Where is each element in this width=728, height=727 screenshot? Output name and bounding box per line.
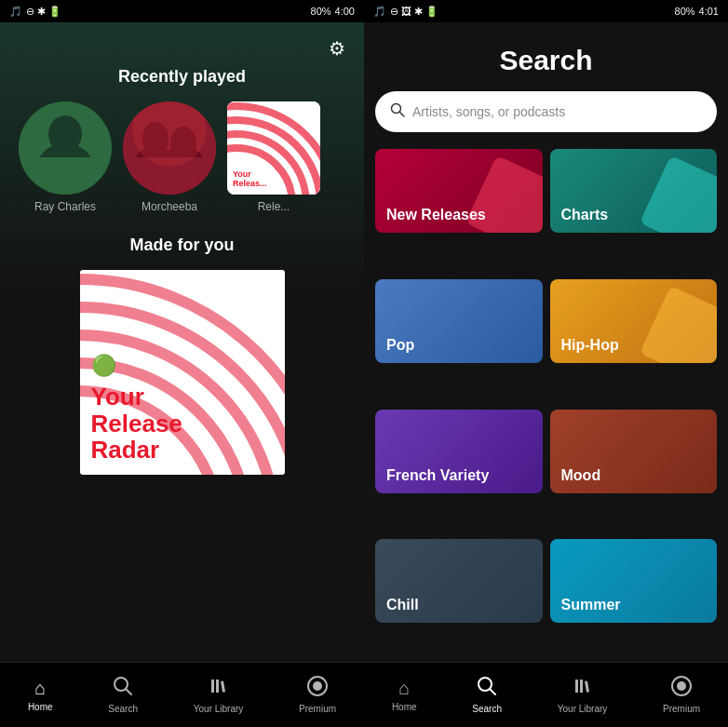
nav-bar-left: ⌂ Home Search Your Library: [0, 662, 364, 727]
category-charts[interactable]: Charts: [550, 149, 718, 233]
svg-rect-24: [211, 680, 214, 693]
category-french-variety[interactable]: French Variety: [375, 410, 543, 493]
category-hip-hop[interactable]: Hip-Hop: [550, 279, 718, 363]
nav-home-left[interactable]: ⌂ Home: [20, 674, 61, 716]
category-pop[interactable]: Pop: [375, 279, 543, 363]
nav-home-label: Home: [28, 702, 53, 712]
nav-library-label: Your Library: [558, 704, 608, 714]
svg-rect-3: [35, 157, 95, 195]
category-new-releases[interactable]: New Releases: [375, 149, 543, 233]
category-label: French Variety: [386, 467, 489, 484]
svg-line-23: [126, 689, 131, 694]
category-label: Mood: [561, 467, 601, 484]
svg-rect-33: [575, 680, 578, 693]
home-icon: ⌂: [398, 678, 410, 699]
avatar: [123, 101, 216, 195]
time-left: 4:00: [335, 6, 355, 17]
search-bar[interactable]: Artists, songs, or podcasts: [375, 91, 717, 132]
categories-grid: New Releases Charts Pop Hip-Hop French V…: [375, 149, 717, 662]
library-icon: [209, 676, 229, 701]
spotify-logo: 🟢: [91, 354, 274, 378]
avatar: YourReleas...: [227, 101, 320, 195]
nav-premium-right[interactable]: Premium: [655, 672, 708, 718]
nav-premium-left[interactable]: Premium: [291, 672, 344, 718]
home-icon: ⌂: [34, 678, 46, 699]
album-title: Your Release Radar: [91, 384, 274, 464]
settings-button[interactable]: ⚙: [329, 37, 345, 60]
status-icons-left: ⊖ ✱ 🔋: [26, 6, 61, 18]
search-icon: [113, 676, 133, 701]
recently-played-section: Recently played Ray Charles: [0, 67, 364, 213]
category-label: Chill: [386, 597, 419, 613]
album-text: 🟢 Your Release Radar: [91, 354, 274, 464]
category-chill[interactable]: Chill: [375, 539, 543, 623]
nav-library-left[interactable]: Your Library: [186, 672, 251, 718]
svg-point-37: [677, 681, 686, 691]
right-panel: 🎵 ⊖ 🖼 ✱ 🔋 80% 4:01 Search Artists, songs…: [364, 0, 728, 727]
recently-played-title: Recently played: [9, 67, 355, 87]
category-label: Summer: [561, 597, 621, 613]
nav-search-label: Search: [108, 704, 138, 714]
recently-played-scroll[interactable]: Ray Charles: [9, 101, 355, 213]
artist-name: Ray Charles: [34, 200, 96, 213]
search-bar-icon: [390, 102, 405, 121]
left-panel: 🎵 ⊖ ✱ 🔋 80% 4:00 ⚙ Recently played: [0, 0, 364, 727]
nav-search-label: Search: [472, 704, 502, 714]
svg-line-30: [400, 113, 405, 117]
category-label: Charts: [561, 207, 609, 223]
time-right: 4:01: [699, 6, 719, 17]
avatar: [19, 101, 112, 195]
nav-library-label: Your Library: [194, 704, 244, 714]
category-label: Pop: [386, 337, 414, 354]
made-for-you-section: Made for you 🟢 Your Release Radar: [0, 213, 364, 475]
category-mood[interactable]: Mood: [550, 410, 718, 493]
nav-home-right[interactable]: ⌂ Home: [384, 674, 425, 716]
made-for-you-title: Made for you: [19, 236, 345, 255]
nav-home-label: Home: [392, 702, 417, 712]
svg-rect-26: [221, 680, 225, 692]
right-content: Search Artists, songs, or podcasts New R…: [364, 22, 728, 662]
battery-left: 80%: [311, 6, 331, 17]
left-content: ⚙ Recently played Ra: [0, 22, 364, 662]
search-page-title: Search: [375, 22, 717, 91]
settings-row: ⚙: [0, 22, 364, 67]
nav-library-right[interactable]: Your Library: [550, 672, 615, 718]
list-item[interactable]: Ray Charles: [19, 101, 112, 213]
category-summer[interactable]: Summer: [550, 539, 718, 623]
svg-rect-25: [216, 680, 219, 693]
nav-search-left[interactable]: Search: [101, 672, 145, 718]
battery-right: 80%: [675, 6, 695, 17]
nav-premium-label: Premium: [299, 704, 336, 714]
list-item[interactable]: Morcheeba: [123, 101, 216, 213]
album-name: Rele...: [258, 200, 290, 213]
nav-bar-right: ⌂ Home Search Your Library: [364, 662, 728, 727]
premium-icon: [307, 676, 328, 701]
status-icons-right: ⊖ 🖼 ✱ 🔋: [390, 6, 438, 18]
category-label: Hip-Hop: [561, 337, 619, 354]
library-icon: [573, 676, 593, 701]
premium-icon: [671, 676, 692, 701]
app-icon-left: 🎵: [9, 6, 22, 18]
release-radar-album[interactable]: 🟢 Your Release Radar: [80, 270, 285, 475]
nav-premium-label: Premium: [663, 704, 700, 714]
list-item[interactable]: YourReleas... Rele...: [227, 101, 320, 213]
search-icon: [477, 676, 497, 701]
status-bar-left: 🎵 ⊖ ✱ 🔋 80% 4:00: [0, 0, 364, 22]
svg-rect-35: [585, 680, 589, 692]
category-label: New Releases: [386, 207, 486, 223]
artist-name: Morcheeba: [142, 200, 197, 213]
app-icon-right: 🎵: [373, 6, 386, 18]
nav-search-right[interactable]: Search: [465, 672, 509, 718]
svg-point-28: [313, 681, 322, 691]
svg-line-32: [490, 689, 495, 694]
search-placeholder: Artists, songs, or podcasts: [412, 104, 565, 119]
status-bar-right: 🎵 ⊖ 🖼 ✱ 🔋 80% 4:01: [364, 0, 728, 22]
svg-rect-34: [580, 680, 583, 693]
